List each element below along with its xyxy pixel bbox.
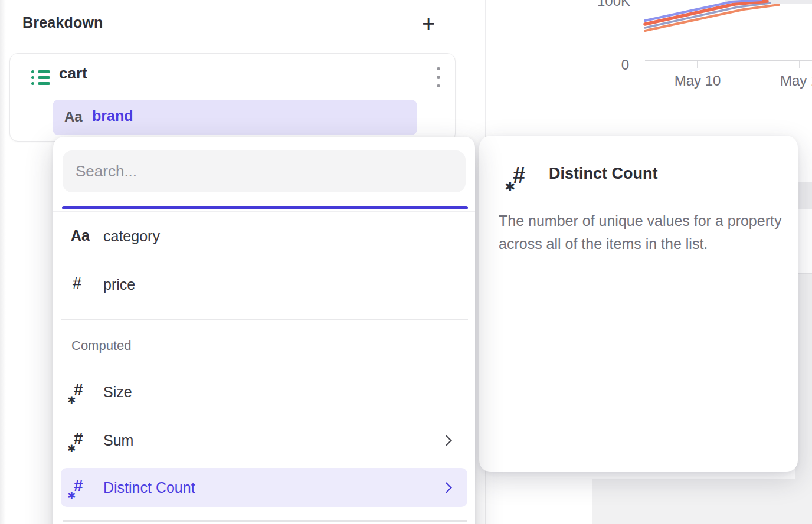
- computed-number-icon: # ✱: [68, 475, 90, 500]
- y-axis-tick-label: 0: [608, 57, 629, 73]
- computed-option-distinct-count[interactable]: # ✱ Distinct Count: [61, 468, 467, 507]
- selected-breakdown-label: brand: [92, 107, 133, 125]
- list-bottom-divider: [63, 520, 467, 522]
- computed-option-label: Size: [103, 384, 132, 401]
- selected-breakdown-pill[interactable]: Aa brand: [53, 100, 417, 135]
- property-name[interactable]: cart: [59, 64, 87, 83]
- chevron-right-icon: [441, 435, 451, 446]
- x-axis-line: [645, 60, 812, 61]
- tooltip-title: Distinct Count: [549, 165, 657, 183]
- x-axis-tick: [799, 61, 800, 68]
- computed-option-label: Sum: [103, 432, 133, 449]
- number-property-icon: #: [73, 274, 81, 293]
- section-divider: [61, 319, 468, 320]
- property-option-category[interactable]: Aa category: [53, 220, 475, 252]
- x-axis-tick-label: May 12: [780, 73, 812, 89]
- tooltip-description: The number of unique values for a proper…: [499, 209, 782, 256]
- property-option-label: category: [103, 228, 160, 245]
- active-tab-indicator: [62, 206, 468, 209]
- computed-number-icon: # ✱: [68, 379, 90, 404]
- background-table-area: [592, 479, 812, 524]
- property-option-label: price: [103, 276, 135, 293]
- chevron-right-icon: [441, 482, 451, 493]
- background-table-row: [795, 182, 812, 209]
- app-window: 100K 0 May 10 May 12 Breakdown + cart Aa…: [0, 0, 812, 524]
- add-breakdown-button[interactable]: +: [417, 12, 440, 35]
- distinct-count-tooltip: # ✱ Distinct Count The number of unique …: [479, 136, 798, 472]
- computed-option-size[interactable]: # ✱ Size: [53, 376, 475, 408]
- kebab-menu-button[interactable]: [428, 62, 449, 93]
- x-axis-tick: [697, 61, 698, 68]
- left-edge-shadow: [0, 0, 6, 524]
- text-property-icon: Aa: [64, 109, 83, 125]
- computed-number-icon: # ✱: [68, 428, 90, 453]
- search-input[interactable]: [63, 150, 466, 192]
- text-property-icon: Aa: [71, 227, 90, 244]
- line-chart-series: [643, 0, 812, 37]
- computed-option-sum[interactable]: # ✱ Sum: [53, 424, 475, 456]
- list-property-icon: [31, 70, 50, 85]
- section-label-computed: Computed: [71, 338, 132, 353]
- y-axis-tick-label: 100K: [597, 0, 630, 9]
- dropdown-header-divider: [53, 211, 475, 212]
- computed-number-icon: # ✱: [506, 162, 533, 194]
- property-option-price[interactable]: # price: [53, 268, 475, 300]
- section-title-breakdown: Breakdown: [22, 14, 103, 31]
- search-box: [63, 150, 466, 192]
- property-dropdown: Aa category # price Computed # ✱ Size # …: [53, 137, 475, 524]
- computed-option-label: Distinct Count: [103, 479, 195, 496]
- x-axis-tick-label: May 10: [666, 73, 729, 89]
- breakdown-card: cart Aa brand: [9, 53, 456, 142]
